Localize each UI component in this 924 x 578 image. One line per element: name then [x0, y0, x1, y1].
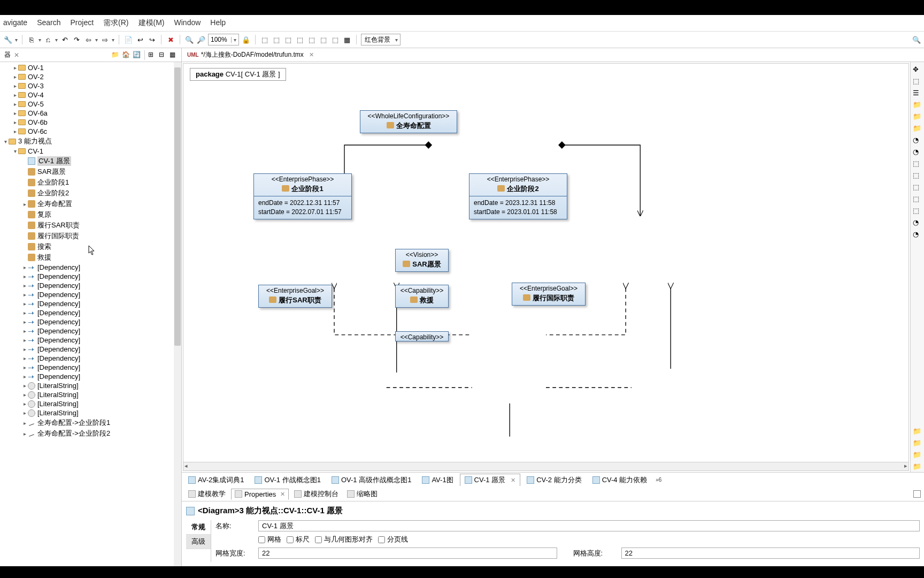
close-icon[interactable]: ✕ [14, 51, 19, 59]
diagram-tab[interactable]: OV-1 高级作战概念图1 [327, 474, 415, 486]
menu-item[interactable]: avigate [3, 18, 27, 28]
menu-item[interactable]: Help [210, 18, 226, 28]
side-tab[interactable]: 高级 [186, 535, 211, 549]
tree-item[interactable]: SAR愿景 [0, 166, 181, 177]
tree-item[interactable]: ▸[Dependency] [0, 372, 181, 381]
checkbox[interactable] [258, 536, 265, 543]
expand-icon[interactable]: ▸ [21, 420, 28, 426]
node-cap1[interactable]: <<Capability>> 救援 [395, 285, 449, 308]
back-icon[interactable]: ⇦ [83, 35, 93, 44]
tree-item[interactable]: ▸OV-6b [0, 118, 181, 127]
align3-icon[interactable]: ⬚ [283, 35, 293, 44]
close-icon[interactable]: ✕ [309, 51, 314, 58]
tree-item[interactable]: ▸OV-1 [0, 63, 181, 72]
tree-item[interactable]: ▸[Dependency] [0, 299, 181, 308]
diagram-tab[interactable]: AV-1图 [418, 474, 457, 486]
refresh-icon[interactable]: 🔄 [133, 51, 141, 59]
node-wholelifeconfig[interactable]: <<WholeLifeConfiguration>> 全寿命配置 [360, 110, 457, 133]
node-goal2[interactable]: <<EnterpriseGoal>> 履行国际职责 [512, 283, 586, 306]
node-phase2[interactable]: <<EnterprisePhase>> 企业阶段2 endDate = 2023… [469, 173, 567, 219]
align6-icon[interactable]: ⬚ [319, 35, 328, 44]
align-icon[interactable]: ⬚ [260, 35, 270, 44]
palette-icon[interactable]: ✥ [913, 65, 922, 75]
forward-icon[interactable]: ⇨ [100, 35, 110, 44]
horizontal-scrollbar[interactable] [183, 462, 908, 470]
tree-item[interactable]: ▸OV-5 [0, 100, 181, 109]
palette-icon[interactable]: ⬚ [913, 171, 922, 181]
expand-icon[interactable]: ⊞ [148, 51, 157, 59]
arrow-left-icon[interactable]: ↩ [135, 35, 145, 44]
tree-item[interactable]: ▸[LiteralString] [0, 408, 181, 417]
tree-item[interactable]: ▸[Dependency] [0, 354, 181, 363]
sidebar-tab[interactable]: 器 [2, 49, 13, 60]
tree-item[interactable]: ▸[LiteralString] [0, 381, 181, 390]
diagram-canvas[interactable]: package CV-1[ CV-1 愿景 ] [183, 63, 909, 471]
palette-icon[interactable]: ⬚ [913, 195, 922, 204]
palette-icon[interactable]: ◔ [913, 230, 922, 240]
diagram-tab[interactable]: CV-4 能力依赖 [588, 474, 652, 486]
palette-icon[interactable]: ⬚ [913, 159, 922, 169]
folder-icon[interactable]: 📁 [913, 427, 922, 437]
palette-icon[interactable]: ◔ [913, 136, 922, 146]
delete-icon[interactable]: ✖ [166, 35, 175, 44]
expand-icon[interactable]: ▸ [21, 401, 28, 407]
menu-item[interactable]: 需求(R) [103, 18, 128, 28]
tree-item[interactable]: 企业阶段2 [0, 188, 181, 199]
folder-icon[interactable]: 📁 [913, 451, 922, 460]
redo-icon[interactable]: ↷ [72, 35, 81, 44]
tree-item[interactable]: ▸[Dependency] [0, 308, 181, 317]
tree-item[interactable]: ▸[Dependency] [0, 281, 181, 290]
tree-item[interactable]: 履行SAR职责 [0, 220, 181, 231]
expand-icon[interactable]: ▸ [21, 410, 28, 416]
expand-icon[interactable]: ▸ [21, 328, 28, 334]
background-select[interactable]: 红色背景 [361, 34, 401, 45]
editor-tab[interactable]: UML */海上搜救-DoDAF/model/trufun.tmx ✕ [184, 49, 317, 60]
tree-item[interactable]: ▸[Dependency] [0, 326, 181, 336]
expand-icon[interactable]: ▾ [12, 148, 18, 154]
tree-item[interactable]: ▸[LiteralString] [0, 390, 181, 399]
expand-icon[interactable]: ▸ [21, 392, 28, 398]
menu-item[interactable]: Window [174, 18, 201, 28]
prop-tab[interactable]: 建模控制台 [291, 488, 342, 500]
tree-item[interactable]: ▸OV-3 [0, 81, 181, 90]
node-goal1[interactable]: <<EnterpriseGoal>> 履行SAR职责 [258, 285, 332, 308]
folder-icon[interactable]: 📁 [913, 462, 922, 472]
folder-icon[interactable]: 📁 [913, 124, 922, 134]
undo-icon[interactable]: ↶ [60, 35, 70, 44]
align4-icon[interactable]: ⬚ [295, 35, 305, 44]
tree-item[interactable]: ▸[Dependency] [0, 272, 181, 281]
zoom-combo[interactable]: ▾ [208, 34, 239, 45]
node-phase1[interactable]: <<EnterprisePhase>> 企业阶段1 endDate = 2022… [253, 173, 352, 219]
zoom-input[interactable] [209, 36, 231, 43]
tree-item[interactable]: 履行国际职责 [0, 231, 181, 241]
diagram-tab[interactable]: OV-1 作战概念图1 [250, 474, 325, 486]
tree-item[interactable]: ▸[Dependency] [0, 345, 181, 354]
folder-icon[interactable]: 📁 [913, 101, 922, 110]
scrollbar[interactable] [174, 62, 181, 566]
expand-icon[interactable]: ▸ [12, 101, 18, 107]
folder-icon[interactable]: 📁 [913, 439, 922, 448]
align5-icon[interactable]: ⬚ [307, 35, 317, 44]
checkbox[interactable] [287, 536, 294, 543]
expand-icon[interactable]: ▸ [12, 92, 18, 98]
expand-icon[interactable]: ▸ [12, 65, 18, 71]
tree-item[interactable]: ▸全寿命配置->企业阶段1 [0, 417, 181, 428]
export-icon[interactable]: 📄 [124, 35, 133, 44]
home-icon[interactable]: 🏠 [122, 51, 130, 59]
tree-item[interactable]: ▸全寿命配置->企业阶段2 [0, 428, 181, 439]
expand-icon[interactable]: ▸ [21, 431, 28, 437]
menu-item[interactable]: Project [71, 18, 94, 28]
expand-icon[interactable]: ▸ [21, 364, 28, 370]
toolbar-icon[interactable]: 📁 [111, 51, 120, 59]
prop-tab[interactable]: 建模教学 [185, 488, 229, 500]
side-tab[interactable]: 常规 [186, 520, 211, 535]
palette-icon[interactable]: ◔ [913, 148, 922, 157]
expand-icon[interactable]: ▸ [21, 292, 28, 298]
expand-icon[interactable]: ▸ [21, 383, 28, 389]
checkbox[interactable] [378, 536, 385, 543]
lock-icon[interactable]: 🔒 [241, 35, 251, 44]
wrench-icon[interactable]: 🔧 [3, 35, 13, 44]
nav2-icon[interactable]: ⎌ [43, 35, 53, 44]
grid-icon[interactable]: ▦ [342, 35, 352, 44]
tree-item[interactable]: ▸OV-6a [0, 109, 181, 118]
